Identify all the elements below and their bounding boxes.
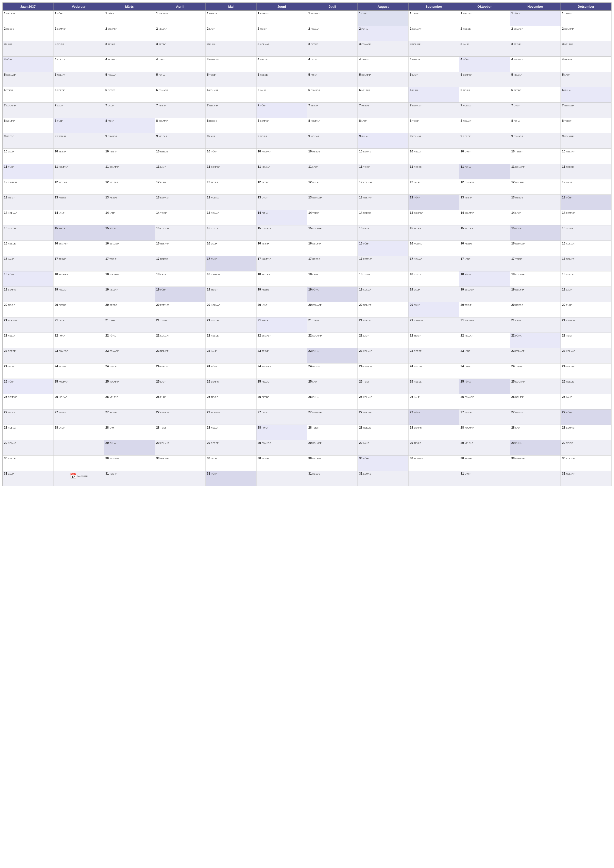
table-row: 17LAUP bbox=[3, 256, 53, 271]
table-row: 26ESMASP bbox=[3, 394, 53, 409]
table-row: 1KOLMAP bbox=[155, 11, 206, 26]
table-row: 16KOLMAP bbox=[409, 241, 459, 256]
table-row: 26REEDE bbox=[256, 394, 307, 409]
table-row: 31LAUP bbox=[3, 471, 53, 486]
table-row: 15PÜHA bbox=[53, 225, 104, 241]
table-row: 11KOLMAP bbox=[53, 164, 104, 180]
table-row: 24NELJAP bbox=[561, 363, 611, 379]
icon-label: CALENDAR bbox=[77, 475, 88, 477]
table-row: 12NELJAP bbox=[510, 180, 561, 195]
table-row: 26PÜHA bbox=[307, 394, 358, 409]
table-row: 6REEDE bbox=[510, 87, 561, 103]
table-row: 8ESMASP bbox=[256, 118, 307, 133]
table-row: 9KOLMAP bbox=[561, 133, 611, 149]
table-row: 29TEISIP bbox=[409, 440, 459, 456]
table-row: 8TEISIP bbox=[561, 118, 611, 133]
table-row: 21ESMASP bbox=[561, 318, 611, 333]
table-row: 23KOLMAP bbox=[561, 348, 611, 363]
table-row: 1PÜHA bbox=[53, 11, 104, 26]
table-row: 7KOLMAP bbox=[459, 103, 510, 118]
table-row: 14ESMASP bbox=[561, 210, 611, 225]
table-row: 19REEDE bbox=[256, 287, 307, 302]
table-row: 22TEISIP bbox=[409, 333, 459, 348]
table-row: 9NELJAP bbox=[307, 133, 358, 149]
table-row: 1REEDE bbox=[206, 11, 256, 26]
table-row: 30ESMASP bbox=[104, 456, 155, 471]
table-row: 26PÜHA bbox=[155, 394, 206, 409]
table-row: 23REEDE bbox=[409, 348, 459, 363]
month-header-jul: Juuli bbox=[307, 3, 358, 11]
table-row: 12LAUP bbox=[561, 180, 611, 195]
table-row: 1PÜHA bbox=[104, 11, 155, 26]
table-row: 8KOLMAP bbox=[307, 118, 358, 133]
table-row: 8LAUP bbox=[358, 118, 409, 133]
table-row: 8TEISIP bbox=[409, 118, 459, 133]
table-row: 4ESMASP bbox=[206, 57, 256, 72]
table-row: 14PÜHA bbox=[256, 210, 307, 225]
table-row: 13REEDE bbox=[53, 195, 104, 210]
table-row: 26KOLMAP bbox=[358, 394, 409, 409]
table-row: 5NELJAP bbox=[53, 72, 104, 87]
table-row: 28NELJAP bbox=[206, 425, 256, 440]
table-row: 23LAUP bbox=[459, 348, 510, 363]
table-row: 30TEISIP bbox=[256, 456, 307, 471]
table-row: 19PÜHA bbox=[307, 287, 358, 302]
table-row: 10LAUP bbox=[459, 149, 510, 164]
table-row: 20ESMASP bbox=[307, 302, 358, 318]
table-row: 5NELJAP bbox=[104, 72, 155, 87]
table-row: 20TEISIP bbox=[3, 302, 53, 318]
table-row: 25PÜHA bbox=[459, 379, 510, 394]
table-row: 4KOLMAP bbox=[510, 57, 561, 72]
table-row: 10TEISIP bbox=[510, 149, 561, 164]
table-row: 2REEDE bbox=[3, 26, 53, 41]
table-row: 19ESMASP bbox=[3, 287, 53, 302]
table-row: 21LAUP bbox=[53, 318, 104, 333]
table-row: 17PÜHA bbox=[206, 256, 256, 271]
table-row: 3NELJAP bbox=[561, 41, 611, 57]
table-row: 10TEISIP bbox=[104, 149, 155, 164]
table-row: 📅 CALENDAR bbox=[53, 471, 104, 486]
table-row: 29NELJAP bbox=[459, 440, 510, 456]
table-row: 20NELJAP bbox=[358, 302, 409, 318]
table-row: 2KOLMAP bbox=[409, 26, 459, 41]
table-row: 13TEISIP bbox=[3, 195, 53, 210]
table-row: 6NELJAP bbox=[358, 87, 409, 103]
table-row: 18LAUP bbox=[307, 271, 358, 287]
table-row: 31TEISIP bbox=[104, 471, 155, 486]
table-row: 18KOLMAP bbox=[104, 271, 155, 287]
table-row: 1ESMASP bbox=[256, 11, 307, 26]
table-row: 12PÜHA bbox=[307, 180, 358, 195]
table-row: 15REEDE bbox=[206, 225, 256, 241]
month-header-jun: Juuni bbox=[256, 3, 307, 11]
table-row: 5ESMASP bbox=[459, 72, 510, 87]
table-row: 23ESMASP bbox=[104, 348, 155, 363]
table-row: 23ESMASP bbox=[53, 348, 104, 363]
table-row: 22TEISIP bbox=[561, 333, 611, 348]
table-row: 7ESMASP bbox=[561, 103, 611, 118]
table-row: 25KOLMAP bbox=[510, 379, 561, 394]
table-row: 19KOLMAP bbox=[358, 287, 409, 302]
table-row: 3LAUP bbox=[459, 41, 510, 57]
month-header-dec: Detsember bbox=[561, 3, 611, 11]
table-row: 15NELJAP bbox=[3, 225, 53, 241]
table-row: 7ESMASP bbox=[409, 103, 459, 118]
table-row: 10NELJAP bbox=[561, 149, 611, 164]
table-row: 3REEDE bbox=[155, 41, 206, 57]
table-row: 11LAUP bbox=[155, 164, 206, 180]
table-row: 18KOLMAP bbox=[53, 271, 104, 287]
table-row: 25LAUP bbox=[307, 379, 358, 394]
table-row: 5ESMASP bbox=[3, 72, 53, 87]
table-row: 29LAUP bbox=[358, 440, 409, 456]
table-row: 17REEDE bbox=[155, 256, 206, 271]
table-row: 26ESMASP bbox=[459, 394, 510, 409]
table-row: 23REEDE bbox=[3, 348, 53, 363]
table-row: 11KOLMAP bbox=[104, 164, 155, 180]
table-row: 27LAUP bbox=[256, 409, 307, 425]
table-row: 20LAUP bbox=[256, 302, 307, 318]
table-row: 14TEISIP bbox=[155, 210, 206, 225]
table-row: 24LAUP bbox=[459, 363, 510, 379]
table-row: 13KOLMAP bbox=[206, 195, 256, 210]
table-row: 28LAUP bbox=[104, 425, 155, 440]
table-row: 25NELJAP bbox=[256, 379, 307, 394]
table-row: 5PÜHA bbox=[307, 72, 358, 87]
